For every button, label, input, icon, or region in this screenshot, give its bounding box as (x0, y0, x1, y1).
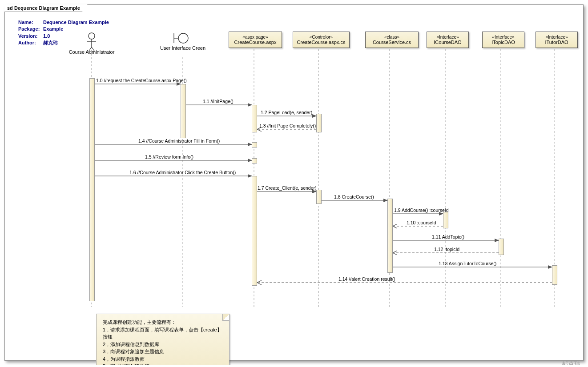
lifeline-actor-label: Course Administrator (60, 49, 123, 55)
activation-svc (387, 199, 393, 273)
msg-1-0: 1.0 //request the CreateCourse.aspx Page… (96, 78, 187, 83)
activation-actor (89, 78, 95, 301)
note-line-5: 5，完成课程创建功能 (103, 363, 223, 365)
svg-point-8 (89, 33, 95, 39)
activation-tutdao (552, 265, 557, 285)
diagram-frame: sd Dequence Diagram Example Name:Dequenc… (4, 4, 584, 361)
msg-1-1: 1.1 //InitPage() (203, 99, 234, 104)
watermark: 郝克玮 (562, 360, 580, 365)
msg-1-13: 1.13 AssignTutorToCourse() (439, 261, 496, 266)
msg-1-10: 1.10 :courseId (407, 220, 436, 225)
note-line-0: 完成课程创建功能，主要流程有： (103, 319, 223, 326)
diagram-note: 完成课程创建功能，主要流程有： 1，请求添加课程页面，填写课程表单，点击【cre… (96, 314, 230, 365)
msg-1-4: 1.4 //Course Administrator Fill in Form(… (138, 138, 220, 144)
activation-aspx-1 (252, 105, 257, 132)
activation-aspx-4 (252, 176, 257, 286)
activation-cdao (443, 212, 448, 228)
note-line-3: 3，向课程对象追加主题信息 (103, 348, 223, 355)
lifeline-topicdao: «Interface»ITopicDAO (482, 32, 524, 48)
activation-aspx-3 (252, 158, 257, 164)
note-line-4: 4，为课程指派教师 (103, 355, 223, 363)
msg-1-9: 1.9 AddCourse() :courseId (394, 207, 449, 213)
svg-point-13 (178, 33, 188, 43)
lifeline-controller: «Controlor»CreateCourse.aspx.cs (293, 32, 350, 48)
lifeline-service: «class»CourseService.cs (365, 32, 419, 48)
activation-ctrl-1 (316, 114, 322, 132)
msg-1-14: 1.14 //alert Creation result() (338, 276, 395, 282)
activation-screen (181, 84, 186, 138)
note-line-2: 2，添加课程信息到数据库 (103, 341, 223, 348)
msg-1-12: 1.12 :topicId (434, 247, 459, 252)
lifeline-tutordao: «Interface»ITutorDAO (536, 32, 578, 48)
msg-1-2: 1.2 PageLoad(e, sender) (261, 110, 312, 115)
msg-1-3: 1.3 //Init Page Completely() (259, 123, 316, 128)
activation-tdao (499, 239, 504, 255)
lifeline-screen-label: User Interface Creen (152, 45, 214, 51)
lifeline-aspx: «aspx page»CreateCourse.aspx (229, 32, 282, 48)
msg-1-5: 1.5 //Review form Info() (145, 154, 193, 160)
note-line-1: 1，请求添加课程页面，填写课程表单，点击【create】按钮 (103, 326, 223, 341)
activation-ctrl-2 (316, 190, 322, 204)
msg-1-11: 1.11 AddTopic() (432, 234, 464, 239)
msg-1-6: 1.6 //Course Administrator Click the Cre… (129, 170, 236, 175)
lifeline-coursedao: «Interface»ICourseDAO (427, 32, 469, 48)
activation-aspx-2 (252, 142, 257, 148)
msg-1-7: 1.7 Create_Client(e, sender) (258, 185, 317, 191)
msg-1-8: 1.8 CreateCourse() (334, 194, 374, 199)
